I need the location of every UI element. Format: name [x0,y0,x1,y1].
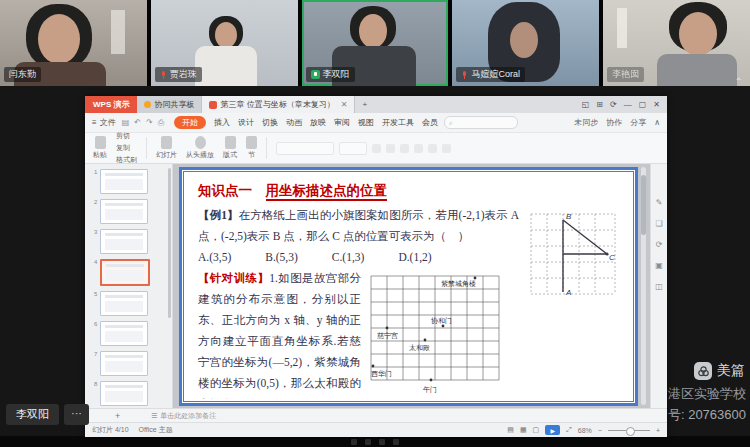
tab-slideshow[interactable]: 放映 [310,117,326,128]
refresh-icon[interactable]: ⟳ [610,100,617,109]
meipian-logo-text: 美篇 [717,362,745,380]
canvas-scrollbar[interactable] [641,167,646,405]
underline-button[interactable] [400,144,409,153]
new-slide-plus-button[interactable]: + [115,411,120,421]
maximize-icon[interactable]: ▢ [639,100,647,109]
normal-view-icon[interactable]: ▤ [507,426,514,434]
layout-button[interactable]: 版式 [223,136,237,160]
collapse-ribbon-icon[interactable]: ∧ [654,118,660,127]
design-panel-icon[interactable]: ▣ [655,261,663,270]
title-underlined: 用坐标描述点的位置 [266,183,388,201]
zoom-out-button[interactable]: − [598,427,602,434]
more-options-button[interactable]: ··· [64,404,89,425]
tab-devtools[interactable]: 开发工具 [382,117,414,128]
participant-tile-active-speaker[interactable]: 李双阳 [302,0,449,86]
zoom-slider[interactable] [608,430,650,431]
collaborate-button[interactable]: 协作 [606,117,622,128]
undo-icon[interactable]: ↶ [134,118,141,128]
new-slide-button[interactable]: 幻灯片 [156,136,177,160]
taskbar-icon[interactable] [379,439,385,445]
minimize-icon[interactable]: — [624,100,632,109]
wps-tabbar: WPS 演示 协同共享板 第三章 位置与坐标（章末复习） ✕ + ◱ ⊞ ⟳ —… [85,96,667,113]
cut-button[interactable]: 剪切 [116,131,137,141]
zoom-in-button[interactable]: + [656,427,660,434]
board-tab-label: 协同共享板 [154,99,194,110]
label-taihe-hall: 太和殿 [409,344,430,351]
scrollbar-thumb[interactable] [641,175,646,235]
tab-shared-board[interactable]: 协同共享板 [137,96,202,113]
practice-text: 1.如图是故宫部分建筑的分布示意图，分别以正东、正北方向为 x 轴、y 轴的正方… [198,272,361,399]
tab-list-icon[interactable]: ⊞ [596,100,603,109]
slide-thumbnail[interactable]: 7 [94,351,168,376]
active-speaker-overlay: 李双阳 ··· [6,404,89,425]
tab-insert[interactable]: 插入 [214,117,230,128]
italic-button[interactable] [386,144,395,153]
sorter-view-icon[interactable]: ▦ [520,426,527,434]
notes-placeholder[interactable]: ☰ 单击此处添加备注 [151,411,216,421]
tab-document[interactable]: 第三章 位置与坐标（章末复习） ✕ [202,96,355,113]
bullets-button[interactable] [442,144,451,153]
zoom-slider-knob[interactable] [626,427,635,436]
slide-thumbnail-selected[interactable]: 4 [94,259,168,286]
taskbar-icon[interactable] [365,439,371,445]
file-menu-button[interactable]: ≡ 文件 [92,117,116,128]
props-icon[interactable]: ✎ [656,198,663,207]
participant-tile[interactable]: 马媗媗Coral [452,0,599,86]
taskbar-icon[interactable] [351,439,357,445]
tab-animation[interactable]: 动画 [286,117,302,128]
participant-face [38,14,80,64]
slide-thumbnail[interactable]: 5 [94,291,168,316]
sync-status-button[interactable]: 未同步 [574,117,598,128]
slide-thumbnail[interactable]: 6 [94,321,168,346]
print-icon[interactable]: ⎙ [158,118,164,128]
layout-icon [225,136,236,149]
bold-button[interactable] [372,144,381,153]
comment-panel-icon[interactable]: ❏ [655,219,662,228]
point-a-label: A [565,288,571,296]
layout-panel-icon[interactable]: ◫ [655,282,663,291]
share-button[interactable]: 分享 [630,117,646,128]
tab-design[interactable]: 设计 [238,117,254,128]
tab-transition[interactable]: 切换 [262,117,278,128]
wps-app-button[interactable]: WPS 演示 [85,96,137,113]
slide-preview [100,259,150,286]
participant-tile[interactable]: 李艳囡 [603,0,750,86]
thumbnail-scrollbar[interactable] [168,168,171,318]
tab-close-icon[interactable]: ✕ [341,100,348,109]
font-color-button[interactable] [414,144,423,153]
active-speaker-name: 李双阳 [6,404,59,425]
participant-tile[interactable]: 贾岩珠 [151,0,298,86]
slide-thumbnail[interactable]: 1 [94,169,168,194]
history-icon[interactable]: ⟳ [656,240,663,249]
reading-view-icon[interactable]: ▢ [533,426,540,434]
chevron-right-icon[interactable]: › [746,28,750,43]
paste-button[interactable]: 粘贴 [93,136,107,160]
command-search-box[interactable]: ⌕ [444,116,518,129]
layout-switch-icon[interactable]: ◱ [582,100,590,109]
save-icon[interactable]: ▤ [122,118,130,128]
slide-thumbnail[interactable]: 3 [94,229,168,254]
section-button[interactable]: 节 [246,136,257,160]
new-tab-button[interactable]: + [355,96,374,113]
align-button[interactable] [428,144,437,153]
font-size-select[interactable] [339,142,367,155]
play-from-start-button[interactable]: 从头播放 [186,136,214,160]
taskbar-icon[interactable] [393,439,399,445]
tab-home[interactable]: 开始 [174,116,206,129]
chevron-up-icon[interactable]: ⌃ [735,76,743,87]
font-family-select[interactable] [276,142,334,155]
slide-thumbnail[interactable]: 2 [94,199,168,224]
tab-member[interactable]: 会员 [422,117,438,128]
participant-name-tag: 马媗媗Coral [456,67,525,82]
participant-tile[interactable]: 闫东勤 [0,0,147,86]
close-icon[interactable]: ✕ [653,100,660,109]
fit-window-icon[interactable]: ⤢ [566,426,572,434]
tab-review[interactable]: 审阅 [334,117,350,128]
redo-icon[interactable]: ↷ [146,118,153,128]
slideshow-play-button[interactable]: ▶ [545,425,560,435]
copy-button[interactable]: 复制 [116,143,137,153]
participant-name-tag: 李艳囡 [607,67,644,82]
presentation-file-icon [209,101,217,109]
tab-view[interactable]: 视图 [358,117,374,128]
slide-thumbnail[interactable]: 8 [94,381,168,406]
